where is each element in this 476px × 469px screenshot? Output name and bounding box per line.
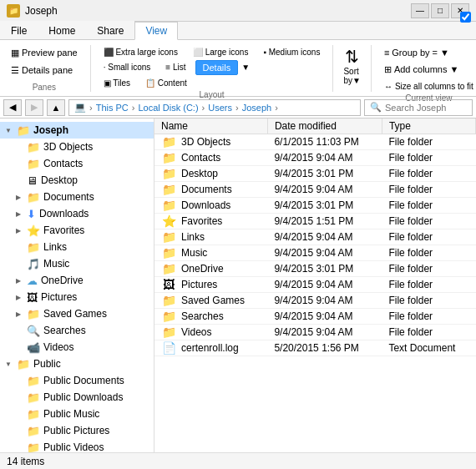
view-checkbox[interactable] [460,12,471,23]
minimize-button[interactable]: — [411,3,429,18]
group-by-button[interactable]: ≡ Group by = ▼ [378,45,476,60]
expand-documents-icon[interactable]: ▶ [13,192,23,202]
file-date-modified: 9/4/2015 3:01 PM [267,198,382,214]
file-name: OneDrive [181,263,224,275]
file-name-cell: 📁Videos [154,325,267,340]
expand-pictures-icon[interactable]: ▶ [13,292,23,302]
expand-saved-games-icon[interactable]: ▶ [13,309,23,319]
sidebar-item-favorites[interactable]: ▶ ⭐ Favorites [0,222,154,239]
expand-favorites-icon[interactable]: ▶ [13,225,23,235]
col-header-type[interactable]: Type [382,119,475,134]
path-joseph[interactable]: Joseph [242,103,271,113]
expand-downloads-icon[interactable]: ▶ [13,209,23,219]
file-name-cell: 📁Music [154,245,267,261]
table-header-row: Name Date modified Type [154,119,476,134]
table-row[interactable]: ⭐Favorites9/4/2015 1:51 PMFile folder [154,214,476,229]
sidebar-item-public-pictures[interactable]: 📁 Public Pictures [0,422,154,439]
sidebar-item-searches[interactable]: 🔍 Searches [0,322,154,339]
table-row[interactable]: 📁Documents9/4/2015 9:04 AMFile folder [154,182,476,198]
sidebar-item-links[interactable]: 📁 Links [0,239,154,255]
path-users[interactable]: Users [208,103,232,113]
preview-pane-button[interactable]: ▦ Preview pane [5,45,84,61]
pc-icon: 💻 [74,102,86,113]
sidebar-item-public-documents[interactable]: 📁 Public Documents [0,372,154,389]
table-row[interactable]: 🖼Pictures9/4/2015 9:04 AMFile folder [154,277,476,293]
expand-joseph-icon[interactable]: ▼ [3,125,13,135]
back-button[interactable]: ◀ [3,99,22,116]
sidebar-item-desktop[interactable]: 🖥 Desktop [0,172,154,189]
sidebar-item-documents[interactable]: ▶ 📁 Documents [0,189,154,205]
file-date-modified: 9/4/2015 9:04 AM [267,325,382,340]
address-path[interactable]: 💻 › This PC › Local Disk (C:) › Users › … [68,99,361,116]
details-button[interactable]: Details [195,60,239,75]
tiles-button[interactable]: ▣ Tiles [98,76,136,90]
expand-public-icon[interactable]: ▼ [3,359,13,369]
sidebar-item-music[interactable]: 🎵 Music [0,255,154,272]
sidebar-item-pictures[interactable]: ▶ 🖼 Pictures [0,289,154,305]
preview-pane-label: Preview pane [22,48,78,58]
col-header-name[interactable]: Name [154,119,267,134]
file-name-cell: 📁3D Objects [154,134,267,150]
large-icons-button[interactable]: ⬜ Large icons [187,45,254,59]
sidebar-item-3d-objects[interactable]: 📁 3D Objects [0,139,154,155]
sidebar-item-public-music[interactable]: 📁 Public Music [0,406,154,422]
file-type: File folder [382,166,475,182]
file-name: 3D Objects [181,136,230,148]
sidebar-item-downloads[interactable]: ▶ ⬇ Downloads [0,205,154,222]
ribbon-sort-section: ⇅ Sortby▼ [340,45,371,92]
content-button[interactable]: 📋 Content [139,76,193,90]
sidebar-item-videos[interactable]: 📹 Videos [0,339,154,356]
path-local-disk[interactable]: Local Disk (C:) [138,103,198,113]
expand-onedrive-icon[interactable]: ▶ [13,275,23,285]
forward-button[interactable]: ▶ [25,99,43,116]
table-row[interactable]: 📄certenroll.log5/20/2015 1:56 PMText Doc… [154,340,476,356]
file-date-modified: 9/4/2015 9:04 AM [267,150,382,166]
status-bar: 14 items [0,452,476,469]
sidebar-joseph-label: Joseph [33,124,68,136]
tab-share[interactable]: Share [86,21,134,39]
sidebar-item-public[interactable]: ▼ 📁 Public [0,356,154,372]
up-button[interactable]: ▲ [47,99,65,116]
sidebar-item-onedrive[interactable]: ▶ ☁ OneDrive [0,272,154,289]
search-box[interactable]: 🔍 [364,99,473,116]
col-header-date-modified[interactable]: Date modified [267,119,382,134]
list-button[interactable]: ≡ List [160,60,191,74]
file-name-cell: 📁Documents [154,182,267,198]
table-row[interactable]: 📁OneDrive9/4/2015 3:01 PMFile folder [154,261,476,277]
sidebar-item-joseph[interactable]: ▼ 📁 Joseph [0,122,154,139]
small-icons-button[interactable]: · Small icons [98,60,157,74]
table-row[interactable]: 📁3D Objects6/1/2015 11:03 PMFile folder [154,134,476,150]
sidebar-videos-label: Videos [43,341,73,353]
sidebar-item-saved-games[interactable]: ▶ 📁 Saved Games [0,305,154,322]
path-this-pc[interactable]: This PC [96,103,129,113]
sidebar-item-public-videos[interactable]: 📁 Public Videos [0,439,154,452]
sidebar-item-contacts[interactable]: 📁 Contacts [0,155,154,172]
tab-view[interactable]: View [134,22,178,40]
table-row[interactable]: 📁Links9/4/2015 9:04 AMFile folder [154,229,476,245]
table-row[interactable]: 📁Contacts9/4/2015 9:04 AMFile folder [154,150,476,166]
sidebar-item-public-downloads[interactable]: 📁 Public Downloads [0,389,154,406]
add-columns-button[interactable]: ⊞ Add columns ▼ [378,62,476,78]
medium-icons-button[interactable]: ▪ Medium icons [257,45,326,59]
tab-home[interactable]: Home [38,21,86,39]
table-row[interactable]: 📁Saved Games9/4/2015 9:04 AMFile folder [154,293,476,309]
file-type: Text Document [382,340,475,356]
layout-dropdown-arrow[interactable]: ▼ [241,63,250,72]
tab-file[interactable]: File [0,21,38,39]
table-row[interactable]: 📁Videos9/4/2015 9:04 AMFile folder [154,325,476,340]
file-icon: 📁 [161,325,176,339]
maximize-button[interactable]: □ [431,3,449,18]
details-pane-button[interactable]: ☰ Details pane [5,63,84,78]
table-row[interactable]: 📁Downloads9/4/2015 3:01 PMFile folder [154,198,476,214]
extra-large-icons-button[interactable]: ⬛ Extra large icons [98,45,184,59]
file-date-modified: 6/1/2015 11:03 PM [267,134,382,150]
size-all-columns-button[interactable]: ↔ Size all columns to fit [378,79,476,93]
sidebar-downloads-label: Downloads [39,208,89,219]
file-type: File folder [382,309,475,325]
table-row[interactable]: 📁Searches9/4/2015 9:04 AMFile folder [154,309,476,325]
sort-by-button[interactable]: ⇅ Sortby▼ [340,45,363,87]
search-input[interactable] [385,103,467,113]
table-row[interactable]: 📁Music9/4/2015 9:04 AMFile folder [154,245,476,261]
table-row[interactable]: 📁Desktop9/4/2015 3:01 PMFile folder [154,166,476,182]
file-type: File folder [382,245,475,261]
